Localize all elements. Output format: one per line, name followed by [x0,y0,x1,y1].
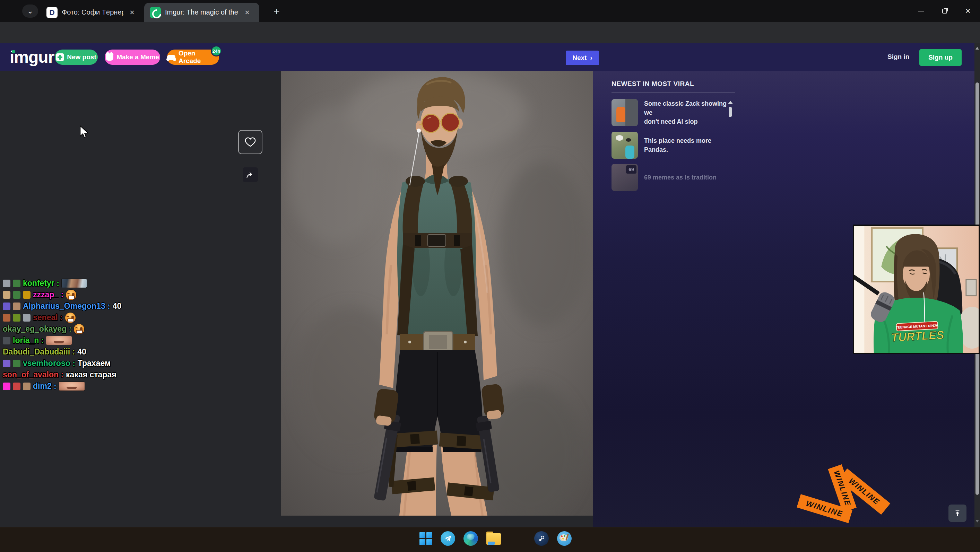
dzen-favicon-icon: D [46,7,57,18]
taskbar-paint[interactable] [557,531,572,546]
screen: ⌄ D Фото: Софи Тёрнер в образе Л × Imgur… [0,0,980,552]
chat-username: zzzap_ : [33,290,64,300]
chat-message-text: Трахаем [78,358,111,368]
chat-message-text: 40 [113,301,122,311]
mouse-cursor [79,125,91,139]
chat-message-text: какая старая [66,370,116,379]
cursor-arrow-icon [79,125,91,139]
scrollbar-up-icon[interactable] [975,47,979,49]
winline-watermark: WINLINE WINLINE WINLINE [808,464,895,519]
chat-message: vsemhoroso :Трахаем [3,358,252,369]
sidebar-item-zack[interactable]: Some classic Zack showing wedon't need A… [611,99,733,126]
minimize-button[interactable] [910,0,932,22]
post-thumbnail: 69 [611,164,638,191]
open-arcade-button[interactable]: Open Arcade 24h [167,49,219,65]
sign-in-link[interactable]: Sign in [888,53,909,61]
emote-face-emote-icon [74,324,84,335]
chat-badge-icon [3,291,10,299]
arrow-up-to-line-icon [953,509,962,518]
emote-face-emote-icon [66,290,76,300]
sidebar-title: NEWEST IN MOST VIRAL [611,80,694,88]
chat-message: dim2 : [3,381,252,392]
make-a-meme-button[interactable]: Make a Meme [105,49,160,65]
chat-username: loria_n : [13,336,44,345]
steam-icon [534,531,549,546]
chat-message: seneal : [3,312,252,323]
windows-logo-icon [420,532,432,545]
chat-badge-icon [23,382,30,390]
sidebar-item-pandas[interactable]: This place needs more Pandas. [611,132,733,159]
favorite-button[interactable] [238,130,262,154]
tab-search-button[interactable]: ⌄ [22,5,38,17]
chevron-down-icon: ⌄ [27,6,33,16]
scrollbar-down-icon[interactable] [975,520,979,523]
chat-username: dim2 : [33,382,57,391]
wide-meme-pink-emote-icon [59,382,84,390]
wide-meme-pink-emote-icon [46,336,72,345]
chat-badge-icon [13,291,21,299]
meme-cat-icon [106,54,113,61]
sidebar-item-69-memes[interactable]: 69 69 memes as is tradition [611,164,733,191]
chat-badge-icon [13,314,21,322]
chat-username: vsemhoroso : [23,358,75,368]
chat-message: son_of_avalon :какая старая [3,369,252,381]
chat-message: Dabudi_Dabudaiii :40 [3,346,252,358]
chat-username: seneal : [33,313,63,322]
taskbar-telegram[interactable] [440,531,455,546]
browser-toolbar: imgur.com/a/S8It3Zz ☆ Завершить обновлен… [0,22,980,43]
share-arrow-icon [246,170,255,179]
close-window-button[interactable]: × [956,0,979,22]
wide-meme-dark-emote-icon [62,279,87,288]
new-tab-button[interactable]: + [270,5,283,19]
chat-badge-icon [3,280,10,287]
start-button[interactable] [418,531,433,546]
post-thumbnail [611,132,638,159]
edge-icon [463,531,478,546]
chat-badge-icon [23,314,30,322]
chat-badge-icon [3,303,10,310]
sign-up-button[interactable]: Sign up [920,49,962,66]
share-button[interactable] [243,167,258,182]
scroll-to-top-button[interactable] [948,504,966,522]
chat-username: Dabudi_Dabudaiii : [3,347,75,357]
chat-overlay: konfetyr :zzzap_ :Alpharius_Omegon13 :40… [3,278,252,392]
chat-badge-icon [13,280,21,287]
plus-icon [56,53,64,61]
tab-photo[interactable]: D Фото: Софи Тёрнер в образе Л × [41,3,139,22]
chat-badge-icon [3,337,10,344]
imgur-logo[interactable]: imgur [10,48,54,67]
chevron-right-icon: › [590,54,592,62]
tab-imgur[interactable]: Imgur: The magic of the Interne × [144,3,259,22]
tab-title: Imgur: The magic of the Interne [165,8,239,16]
restore-button[interactable] [933,0,956,22]
chat-message: Alpharius_Omegon13 :40 [3,300,252,312]
taskbar: ENG 9:30 16.01.2026 [0,527,980,552]
chat-message: konfetyr : [3,278,252,289]
close-tab-icon[interactable]: × [242,8,252,17]
webcam-overlay: TEENAGE MUTANT NINJA TURTLES [853,225,980,354]
chat-username: son_of_avalon : [3,370,64,379]
chat-badge-icon [23,291,30,299]
taskbar-steam[interactable] [534,531,549,546]
emote-face-emote-icon [65,312,76,323]
chat-badge-icon [3,314,10,322]
taskbar-edge[interactable] [463,531,478,546]
sidebar-divider [611,92,735,92]
imgur-logo-dot [12,50,15,53]
gamepad-icon [167,55,175,60]
next-button[interactable]: Next› [566,51,599,65]
imgur-favicon-icon [150,7,161,18]
arcade-badge: 24h [211,45,222,57]
new-post-button[interactable]: New post [55,49,98,65]
close-tab-icon[interactable]: × [127,8,137,17]
chat-message-text: 40 [77,347,86,357]
post-image[interactable] [281,71,593,516]
taskbar-explorer[interactable] [486,531,501,546]
chat-badge-icon [13,303,21,310]
telegram-icon [441,531,455,546]
chat-badge-icon [3,382,10,390]
chat-username: okay_eg_okayeg : [3,324,72,334]
chat-username: Alpharius_Omegon13 : [23,301,110,311]
imgur-header: imgur New post Make a Meme Open Arcade 2… [0,43,974,71]
thumbnail-badge: 69 [626,165,636,174]
